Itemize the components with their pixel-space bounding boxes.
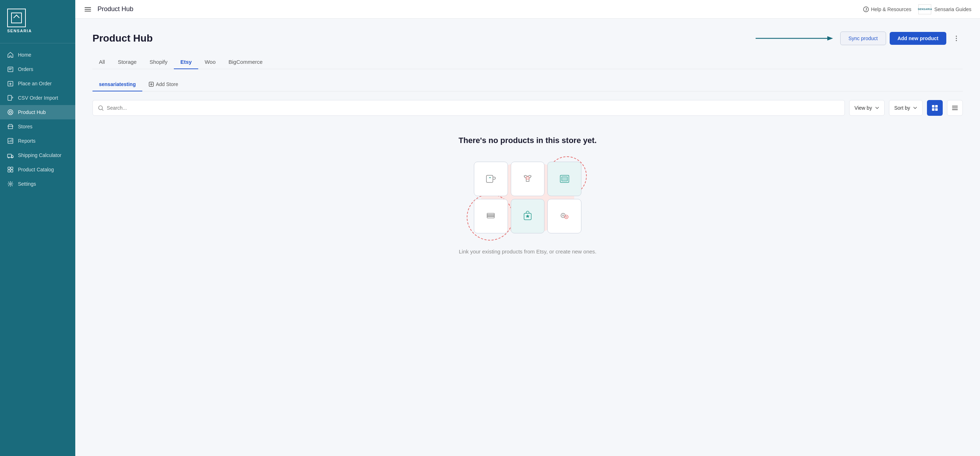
svg-point-19 — [956, 38, 957, 39]
help-label: Help & Resources — [871, 6, 912, 12]
orders-icon — [7, 66, 14, 72]
catalog-icon — [7, 166, 14, 173]
header-arrow — [756, 35, 834, 42]
tab-bigcommerce[interactable]: BigCommerce — [222, 55, 269, 69]
add-store-tab[interactable]: Add Store — [142, 78, 185, 91]
sidebar-item-catalog[interactable]: Product Catalog — [0, 163, 75, 177]
svg-rect-23 — [487, 175, 493, 182]
product-card-star — [511, 199, 545, 233]
product-hub-icon — [7, 109, 14, 115]
logo-text: SENSARIA — [7, 29, 68, 33]
svg-point-34 — [566, 217, 567, 218]
sidebar-item-product-hub-label: Product Hub — [18, 109, 46, 115]
logo-box — [7, 9, 26, 27]
tab-storage[interactable]: Storage — [111, 55, 143, 69]
search-box[interactable] — [92, 100, 845, 116]
svg-point-5 — [9, 111, 11, 113]
guides-label: Sensaria Guides — [934, 6, 971, 12]
svg-rect-7 — [8, 154, 11, 157]
store-tab-sensariatesting[interactable]: sensariatesting — [92, 78, 142, 91]
sidebar-item-settings[interactable]: Settings — [0, 177, 75, 191]
sidebar-item-home-label: Home — [18, 52, 31, 58]
svg-rect-3 — [8, 96, 11, 100]
svg-rect-11 — [11, 167, 13, 169]
svg-point-22 — [99, 106, 102, 110]
products-grid — [470, 158, 585, 237]
tab-all[interactable]: All — [92, 55, 111, 69]
product-card-mug — [474, 162, 508, 196]
home-icon — [7, 52, 14, 58]
sidebar-item-orders[interactable]: Orders — [0, 62, 75, 77]
svg-point-18 — [956, 36, 957, 37]
page-header: Product Hub Sync product Add new product — [92, 32, 963, 45]
svg-point-20 — [956, 40, 957, 41]
page-title: Product Hub — [92, 33, 756, 44]
csv-icon — [7, 95, 14, 101]
empty-state-title: There's no products in this store yet. — [458, 136, 597, 145]
sidebar-item-place-order[interactable]: Place an Order — [0, 77, 75, 91]
search-input[interactable] — [107, 105, 840, 111]
svg-point-14 — [10, 183, 11, 185]
sidebar-logo: SENSARIA — [0, 0, 75, 43]
sidebar-item-catalog-label: Product Catalog — [18, 167, 54, 172]
main-area: Product Hub Help & Resources SENSARIA Se… — [75, 0, 980, 456]
help-resources-link[interactable]: Help & Resources — [863, 6, 912, 12]
sort-by-label: Sort by — [894, 105, 910, 111]
tab-woo[interactable]: Woo — [198, 55, 222, 69]
sidebar-item-place-order-label: Place an Order — [18, 81, 52, 86]
svg-rect-29 — [487, 213, 494, 215]
list-icon — [952, 106, 958, 110]
empty-illustration — [470, 158, 585, 237]
header-actions: Sync product Add new product — [840, 32, 963, 45]
sidebar-nav: Home Orders Place an Order CSV Order Imp… — [0, 43, 75, 456]
svg-rect-10 — [8, 167, 10, 169]
store-tabs: sensariatesting Add Store — [92, 78, 963, 91]
sidebar-item-csv[interactable]: CSV Order Import — [0, 91, 75, 105]
svg-rect-0 — [11, 13, 22, 23]
sidebar-item-reports[interactable]: Reports — [0, 134, 75, 148]
svg-rect-12 — [8, 170, 10, 172]
list-view-button[interactable] — [947, 100, 963, 116]
add-store-label: Add Store — [156, 81, 178, 87]
empty-state: There's no products in this store yet. — [92, 129, 963, 269]
product-card-frame — [547, 162, 581, 196]
sensaria-logo-small: SENSARIA — [918, 4, 931, 14]
svg-point-15 — [864, 7, 869, 12]
grid-view-button[interactable] — [927, 100, 943, 116]
reports-icon — [7, 138, 14, 144]
shipping-icon — [7, 152, 14, 158]
product-card-blanket — [474, 199, 508, 233]
sidebar-item-csv-label: CSV Order Import — [18, 95, 58, 101]
svg-rect-24 — [526, 177, 529, 179]
topbar-title: Product Hub — [97, 5, 858, 13]
sensaria-guides-link[interactable]: SENSARIA Sensaria Guides — [918, 4, 971, 14]
search-filters: View by Sort by — [92, 100, 963, 116]
view-by-label: View by — [854, 105, 872, 111]
sort-by-select[interactable]: Sort by — [889, 100, 923, 116]
sync-product-button[interactable]: Sync product — [840, 32, 886, 45]
tab-etsy[interactable]: Etsy — [174, 55, 198, 69]
sidebar-item-stores-label: Stores — [18, 124, 32, 129]
sidebar-item-stores[interactable]: Stores — [0, 120, 75, 134]
more-options-button[interactable] — [950, 32, 963, 45]
sidebar-item-product-hub[interactable]: Product Hub — [0, 105, 75, 120]
search-icon — [98, 105, 104, 111]
stores-icon — [7, 123, 14, 130]
platform-tabs: All Storage Shopify Etsy Woo BigCommerce — [92, 55, 963, 69]
topbar: Product Hub Help & Resources SENSARIA Se… — [75, 0, 980, 19]
grid-icon — [932, 105, 938, 111]
svg-point-32 — [562, 215, 564, 216]
sidebar-item-home[interactable]: Home — [0, 48, 75, 62]
svg-marker-17 — [827, 36, 833, 40]
svg-rect-13 — [11, 170, 13, 172]
tab-shopify[interactable]: Shopify — [143, 55, 174, 69]
menu-icon[interactable] — [84, 5, 92, 13]
sidebar-item-shipping-label: Shipping Calculator — [18, 152, 61, 158]
product-card-buttons — [547, 199, 581, 233]
svg-point-33 — [565, 215, 568, 219]
sort-by-chevron — [913, 106, 917, 110]
add-new-product-button[interactable]: Add new product — [890, 32, 946, 45]
sidebar-item-shipping[interactable]: Shipping Calculator — [0, 148, 75, 163]
view-by-select[interactable]: View by — [849, 100, 885, 116]
topbar-right: Help & Resources SENSARIA Sensaria Guide… — [863, 4, 971, 14]
